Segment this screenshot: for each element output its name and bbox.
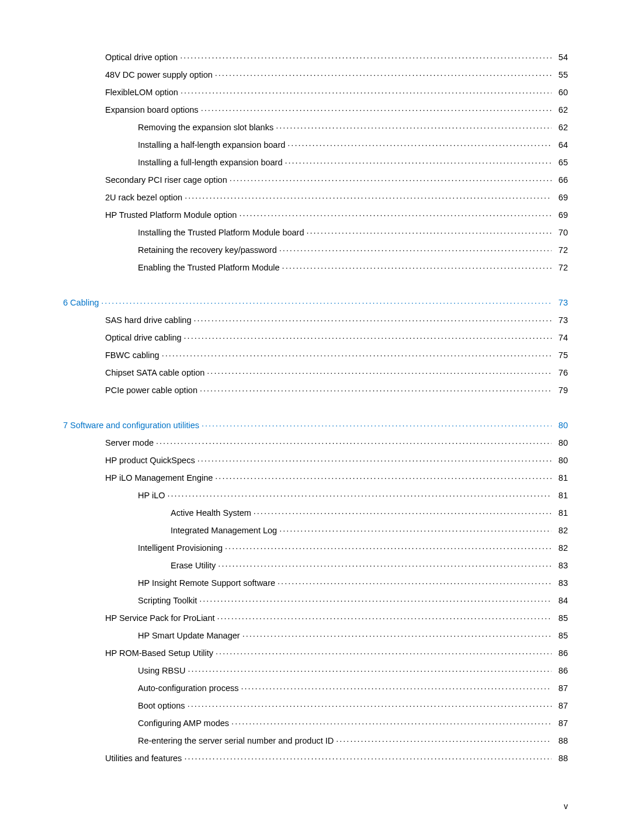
- toc-leader-dots: [156, 437, 552, 446]
- toc-entry-label: HP Insight Remote Support software: [138, 579, 275, 588]
- toc-entry[interactable]: HP Smart Update Manager85: [63, 630, 568, 640]
- toc-leader-dots: [231, 717, 552, 726]
- toc-entry-page: 81: [554, 474, 568, 483]
- toc-leader-dots: [188, 665, 552, 674]
- toc-entry-page: 81: [554, 509, 568, 518]
- toc-entry[interactable]: SAS hard drive cabling73: [63, 314, 568, 324]
- toc-entry-label: Secondary PCI riser cage option: [105, 176, 227, 185]
- toc-entry-label: Server mode: [105, 439, 154, 447]
- toc-entry[interactable]: HP Insight Remote Support software83: [63, 577, 568, 587]
- toc-leader-dots: [278, 577, 552, 586]
- toc-entry[interactable]: HP ROM-Based Setup Utility86: [63, 647, 568, 657]
- toc-entry-label: Configuring AMP modes: [138, 719, 229, 728]
- toc-entry-label: 2U rack bezel option: [105, 193, 182, 202]
- toc-entry[interactable]: Installing a full-length expansion board…: [63, 157, 568, 166]
- toc-entry-page: 69: [554, 193, 568, 202]
- toc-entry[interactable]: PCIe power cable option79: [63, 384, 568, 394]
- toc-spacer: [63, 279, 568, 297]
- toc-leader-dots: [217, 612, 552, 621]
- toc-leader-dots: [254, 507, 552, 516]
- toc-entry[interactable]: Boot options87: [63, 700, 568, 710]
- toc-leader-dots: [276, 122, 552, 130]
- toc-entry[interactable]: Erase Utility83: [63, 560, 568, 570]
- toc-entry-label: HP Smart Update Manager: [138, 631, 240, 640]
- toc-spacer: [63, 402, 568, 419]
- toc-entry[interactable]: Auto-configuration process87: [63, 682, 568, 692]
- toc-entry-label: Chipset SATA cable option: [105, 369, 204, 377]
- toc-leader-dots: [218, 560, 552, 568]
- toc-entry-label: Auto-configuration process: [138, 684, 239, 693]
- toc-leader-dots: [184, 332, 552, 341]
- toc-entry[interactable]: Configuring AMP modes87: [63, 717, 568, 727]
- toc-entry-page: 88: [554, 737, 568, 745]
- toc-entry-page: 83: [554, 579, 568, 588]
- toc-entry[interactable]: Using RBSU86: [63, 665, 568, 675]
- toc-entry-page: 73: [554, 316, 568, 325]
- toc-entry-label: Retaining the recovery key/password: [138, 246, 277, 255]
- toc-entry[interactable]: 48V DC power supply option55: [63, 69, 568, 79]
- toc-entry[interactable]: Secondary PCI riser cage option66: [63, 174, 568, 184]
- toc-entry[interactable]: Re-entering the server serial number and…: [63, 735, 568, 745]
- toc-entry-page: 83: [554, 561, 568, 570]
- toc-leader-dots: [242, 630, 552, 638]
- toc-entry-label: Optical drive option: [105, 53, 178, 62]
- toc-section-heading[interactable]: 6 Cabling73: [63, 297, 568, 307]
- toc-entry[interactable]: Enabling the Trusted Platform Module72: [63, 262, 568, 272]
- toc-entry[interactable]: HP Service Pack for ProLiant85: [63, 612, 568, 622]
- toc-entry-page: 80: [554, 439, 568, 447]
- toc-leader-dots: [194, 314, 552, 323]
- toc-entry[interactable]: Optical drive cabling74: [63, 332, 568, 342]
- toc-entry[interactable]: FlexibleLOM option60: [63, 86, 568, 96]
- toc-entry-page: 87: [554, 719, 568, 728]
- toc-entry[interactable]: HP iLO Management Engine81: [63, 472, 568, 482]
- toc-entry[interactable]: Removing the expansion slot blanks62: [63, 122, 568, 131]
- toc-entry[interactable]: Chipset SATA cable option76: [63, 367, 568, 377]
- toc-entry[interactable]: Retaining the recovery key/password72: [63, 244, 568, 254]
- toc-entry[interactable]: Intelligent Provisioning82: [63, 542, 568, 552]
- toc-entry-page: 82: [554, 526, 568, 535]
- toc-entry-label: HP iLO: [138, 491, 165, 500]
- toc-entry[interactable]: FBWC cabling75: [63, 349, 568, 359]
- toc-entry-label: Erase Utility: [171, 561, 216, 570]
- toc-entry-label: Installing the Trusted Platform Module b…: [138, 228, 304, 237]
- toc-leader-dots: [287, 139, 552, 148]
- toc-entry[interactable]: Expansion board options62: [63, 104, 568, 114]
- toc-entry-page: 84: [554, 596, 568, 605]
- toc-entry[interactable]: HP product QuickSpecs80: [63, 454, 568, 464]
- toc-entry[interactable]: Installing the Trusted Platform Module b…: [63, 227, 568, 237]
- toc-entry-page: 60: [554, 88, 568, 97]
- table-of-contents: Optical drive option5448V DC power suppl…: [63, 51, 568, 762]
- toc-entry[interactable]: HP iLO81: [63, 490, 568, 499]
- toc-entry[interactable]: Installing a half-length expansion board…: [63, 139, 568, 149]
- toc-entry-label: Scripting Toolkit: [138, 596, 197, 605]
- toc-leader-dots: [215, 472, 552, 481]
- toc-entry-label: Installing a half-length expansion board: [138, 141, 285, 150]
- toc-entry[interactable]: Utilities and features88: [63, 752, 568, 762]
- toc-leader-dots: [200, 384, 552, 393]
- toc-entry[interactable]: Optical drive option54: [63, 51, 568, 61]
- toc-leader-dots: [207, 367, 552, 376]
- toc-entry-label: Integrated Management Log: [171, 526, 277, 535]
- toc-entry-page: 72: [554, 263, 568, 272]
- toc-entry-page: 86: [554, 649, 568, 658]
- toc-entry-page: 85: [554, 631, 568, 640]
- toc-entry[interactable]: Integrated Management Log82: [63, 525, 568, 534]
- toc-entry-label: Re-entering the server serial number and…: [138, 737, 334, 745]
- toc-entry[interactable]: HP Trusted Platform Module option69: [63, 209, 568, 219]
- toc-entry-label: Intelligent Provisioning: [138, 544, 223, 553]
- toc-section-heading[interactable]: 7 Software and configuration utilities80: [63, 419, 568, 429]
- toc-entry-page: 73: [554, 298, 568, 307]
- toc-entry[interactable]: Active Health System81: [63, 507, 568, 517]
- toc-entry[interactable]: Scripting Toolkit84: [63, 595, 568, 605]
- toc-entry[interactable]: Server mode80: [63, 437, 568, 447]
- toc-entry-page: 76: [554, 369, 568, 377]
- toc-leader-dots: [180, 51, 552, 60]
- toc-entry-label: Installing a full-length expansion board: [138, 158, 282, 167]
- toc-entry-label: Removing the expansion slot blanks: [138, 123, 273, 132]
- toc-leader-dots: [285, 157, 552, 165]
- toc-entry-page: 82: [554, 544, 568, 553]
- toc-entry-page: 88: [554, 754, 568, 763]
- toc-leader-dots: [307, 227, 552, 235]
- toc-entry-page: 86: [554, 667, 568, 675]
- toc-entry[interactable]: 2U rack bezel option69: [63, 192, 568, 202]
